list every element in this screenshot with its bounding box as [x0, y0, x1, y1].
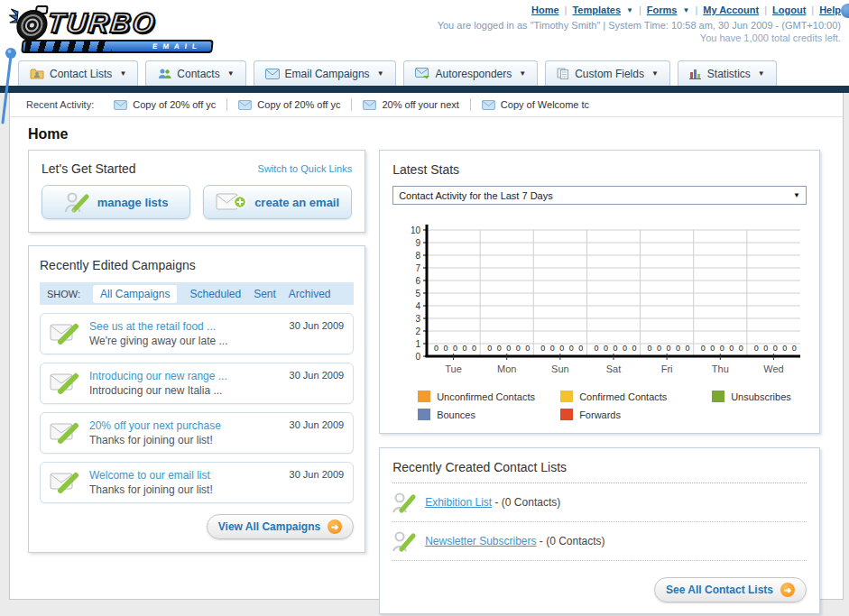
app-window: TURBO EMAIL Home| Templates▼| Forms▼| My…	[0, 0, 849, 616]
tab-custom-fields[interactable]: Custom Fields▼	[545, 60, 670, 86]
chevron-down-icon: ▼	[519, 69, 526, 78]
campaign-row[interactable]: 20% off your next purchase Thanks for jo…	[40, 412, 354, 454]
create-email-button[interactable]: create an email	[203, 185, 352, 219]
get-started-panel: Let's Get Started Switch to Quick Links …	[28, 150, 365, 233]
campaign-row[interactable]: Introducing our new range ... Introducin…	[40, 363, 354, 404]
svg-text:Tue: Tue	[445, 363, 462, 374]
legend-swatch	[418, 409, 430, 420]
svg-text:0: 0	[614, 344, 618, 353]
contact-list-link[interactable]: Newsletter Subscribers	[425, 535, 536, 547]
envelope-pencil-icon	[50, 419, 80, 445]
recent-activity-item[interactable]: Copy of Welcome tc	[482, 99, 589, 110]
svg-text:Sat: Sat	[606, 363, 622, 374]
svg-text:Thu: Thu	[712, 363, 729, 374]
svg-text:Mon: Mon	[497, 363, 516, 374]
campaign-title-link[interactable]: Welcome to our email list	[89, 469, 281, 482]
chart-legend: Unconfirmed Contacts Confirmed Contacts …	[418, 391, 807, 420]
campaign-title-link[interactable]: 20% off your next purchase	[89, 419, 281, 432]
svg-text:0: 0	[444, 344, 448, 353]
help-bubble-icon[interactable]	[841, 4, 849, 18]
statistics-chart-icon	[689, 68, 702, 79]
svg-text:0: 0	[516, 344, 521, 353]
svg-text:0: 0	[595, 344, 599, 353]
contact-list-row: Newsletter Subscribers - (0 Contacts)	[392, 522, 807, 561]
campaign-subtitle: We're giving away our late ...	[89, 335, 281, 347]
filter-archived[interactable]: Archived	[289, 288, 331, 300]
person-pencil-icon	[392, 491, 416, 514]
svg-text:0: 0	[792, 344, 797, 353]
campaign-row[interactable]: Welcome to our email list Thanks for joi…	[40, 462, 354, 503]
campaign-date: 30 Jun 2009	[290, 469, 345, 496]
campaign-title-link[interactable]: Introducing our new range ...	[89, 370, 281, 382]
campaign-subtitle: Thanks for joining our list!	[89, 434, 281, 446]
svg-text:0: 0	[701, 344, 706, 353]
contact-list-row: Exhibition List - (0 Contacts)	[392, 483, 807, 522]
header-link-logout[interactable]: Logout	[772, 5, 806, 15]
header: TURBO EMAIL Home| Templates▼| Forms▼| My…	[0, 0, 849, 60]
legend-swatch	[560, 391, 573, 402]
campaign-date: 30 Jun 2009	[290, 419, 345, 446]
app-logo: TURBO EMAIL	[5, 5, 217, 53]
email-envelope-icon	[265, 69, 280, 79]
chevron-down-icon: ▼	[682, 6, 689, 14]
legend-swatch	[560, 409, 573, 420]
campaign-title-link[interactable]: See us at the retail food ...	[89, 320, 281, 333]
contacts-people-icon	[157, 68, 171, 79]
header-link-forms[interactable]: Forms	[647, 5, 678, 15]
manage-lists-button[interactable]: manage lists	[42, 185, 190, 219]
svg-text:0: 0	[416, 352, 421, 362]
campaign-subtitle: Introducing our new Italia ...	[89, 384, 281, 397]
switch-quick-links[interactable]: Switch to Quick Links	[258, 163, 353, 174]
person-pencil-icon	[64, 191, 89, 214]
show-label: SHOW:	[47, 289, 80, 299]
contact-lists-title: Recently Created Contact Lists	[392, 460, 567, 474]
credits-info: You have 1,000 total credits left.	[438, 32, 841, 43]
svg-text:0: 0	[657, 344, 661, 353]
recent-activity-item[interactable]: Copy of 20% off yc	[114, 99, 216, 110]
filter-all-campaigns[interactable]: All Campaigns	[93, 285, 177, 303]
svg-text:0: 0	[497, 344, 502, 353]
svg-text:0: 0	[472, 344, 476, 353]
svg-text:0: 0	[540, 344, 545, 353]
svg-text:5: 5	[416, 289, 421, 299]
tab-autoresponders[interactable]: Autoresponders▼	[403, 60, 539, 86]
filter-scheduled[interactable]: Scheduled	[189, 288, 241, 300]
stats-range-dropdown[interactable]: Contact Activity for the Last 7 Days ▼	[392, 186, 807, 205]
chevron-down-icon: ▼	[651, 69, 659, 78]
legend-unconfirmed: Unconfirmed Contacts	[418, 391, 560, 402]
svg-text:0: 0	[506, 344, 511, 353]
campaigns-title: Recently Edited Campaigns	[40, 258, 196, 272]
header-link-home[interactable]: Home	[531, 5, 559, 15]
contact-lists-folder-icon	[30, 68, 44, 79]
tab-contacts[interactable]: Contacts▼	[145, 60, 245, 86]
view-all-campaigns-button[interactable]: View All Campaigns ➜	[207, 514, 354, 539]
svg-text:Fri: Fri	[661, 363, 673, 374]
campaign-row[interactable]: See us at the retail food ... We're givi…	[40, 313, 354, 354]
svg-text:0: 0	[686, 344, 690, 353]
header-link-my-account[interactable]: My Account	[703, 5, 759, 15]
svg-text:0: 0	[487, 344, 492, 353]
tab-contact-lists[interactable]: Contact Lists▼	[18, 60, 138, 86]
campaign-date: 30 Jun 2009	[290, 320, 345, 347]
email-envelope-icon	[238, 100, 252, 110]
svg-text:0: 0	[782, 344, 787, 353]
recent-activity-item[interactable]: Copy of 20% off yc	[238, 99, 340, 110]
main-content: Recent Activity: Copy of 20% off yc Copy…	[9, 93, 844, 600]
contact-list-count: - (0 Contacts)	[540, 535, 605, 547]
contact-list-link[interactable]: Exhibition List	[425, 496, 492, 509]
chevron-down-icon: ▼	[793, 191, 800, 199]
campaign-filter-bar: SHOW: All Campaigns Scheduled Sent Archi…	[40, 282, 354, 305]
chevron-down-icon: ▼	[227, 69, 235, 78]
recent-activity-label: Recent Activity:	[26, 99, 94, 110]
see-all-contact-lists-button[interactable]: See All Contact Lists ➜	[654, 577, 807, 602]
header-link-help[interactable]: Help	[819, 5, 841, 15]
tab-email-campaigns[interactable]: Email Campaigns▼	[254, 60, 396, 86]
header-link-templates[interactable]: Templates	[572, 5, 621, 15]
svg-text:0: 0	[710, 344, 715, 353]
filter-sent[interactable]: Sent	[254, 288, 276, 300]
arrow-right-icon: ➜	[328, 519, 342, 534]
tab-statistics[interactable]: Statistics▼	[678, 60, 777, 86]
svg-text:0: 0	[623, 344, 627, 353]
recent-activity-item[interactable]: 20% off your next	[363, 99, 458, 110]
campaign-subtitle: Thanks for joining our list!	[89, 483, 281, 496]
